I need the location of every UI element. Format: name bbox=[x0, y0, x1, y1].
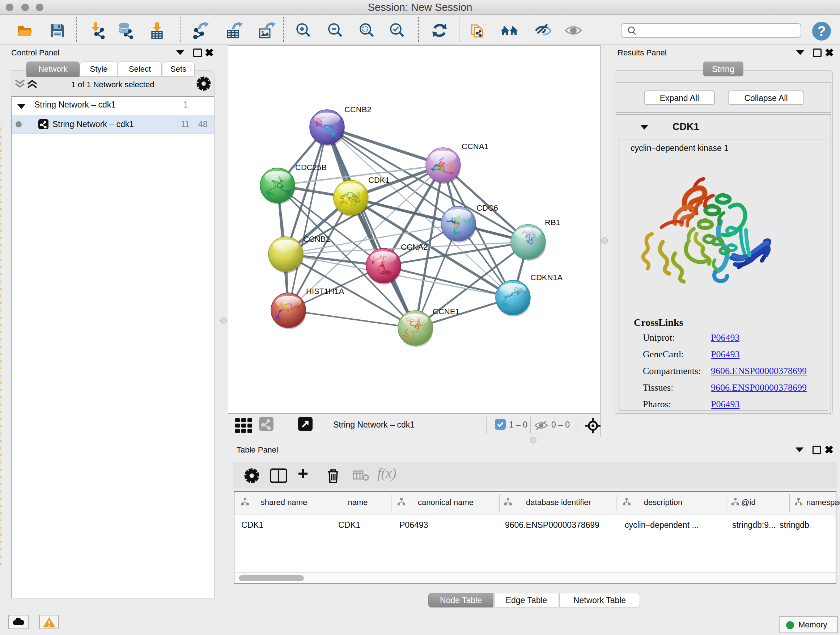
svg-text:RB1: RB1 bbox=[545, 218, 561, 227]
svg-text:CCNB2: CCNB2 bbox=[344, 105, 371, 114]
svg-text:CDC25B: CDC25B bbox=[295, 163, 327, 172]
svg-text:CCNA2: CCNA2 bbox=[401, 242, 428, 252]
svg-text:CDK1: CDK1 bbox=[368, 176, 390, 185]
svg-text:HIST1H1A: HIST1H1A bbox=[306, 287, 344, 296]
svg-text:CCNE1: CCNE1 bbox=[433, 307, 460, 316]
svg-text:CCNB1: CCNB1 bbox=[303, 234, 330, 244]
svg-text:CCNA1: CCNA1 bbox=[462, 142, 489, 151]
svg-text:CDC6: CDC6 bbox=[477, 203, 498, 212]
svg-text:CDKN1A: CDKN1A bbox=[531, 273, 563, 282]
